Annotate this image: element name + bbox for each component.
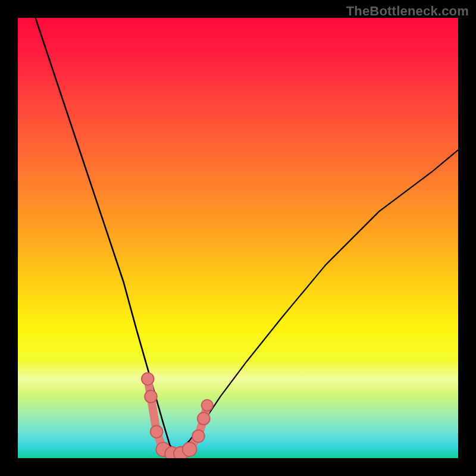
data-marker bbox=[145, 390, 157, 403]
data-marker bbox=[192, 430, 205, 443]
data-marker bbox=[202, 400, 213, 411]
data-marker bbox=[151, 425, 163, 438]
data-marker bbox=[198, 412, 210, 425]
curve-left-branch bbox=[36, 18, 177, 454]
watermark-text: TheBottleneck.com bbox=[346, 4, 469, 19]
plot-area bbox=[18, 18, 458, 458]
data-marker bbox=[142, 372, 154, 385]
data-marker bbox=[183, 442, 197, 456]
chart-stage: TheBottleneck.com bbox=[0, 0, 476, 476]
chart-svg bbox=[18, 18, 458, 458]
curve-right-branch bbox=[176, 150, 458, 454]
